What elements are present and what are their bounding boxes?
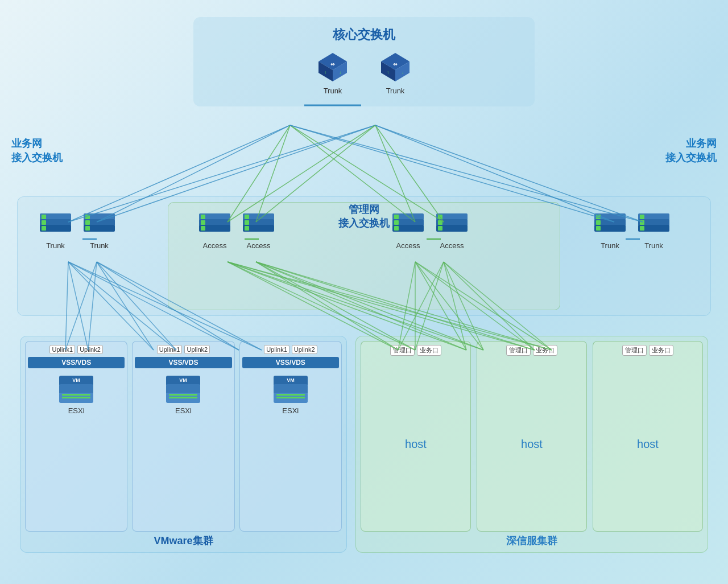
stack-switch-icon [390,208,427,239]
switch-icon: ⇔ ↑ ↓ [375,50,415,84]
right-trunk2-label: Trunk [644,241,663,250]
vm-icon: VM [163,373,203,404]
esxi-row: Uplink1 Uplink2 VSS/VDS VM ESXi Uplink1 … [25,341,342,532]
svg-text:VM: VM [180,377,188,383]
esxi-label: ESXi [68,406,85,415]
svg-text:⇔: ⇔ [393,61,398,67]
svg-rect-104 [438,226,442,231]
vm-icon: VM [56,373,96,404]
vm-icon: VM [271,373,311,404]
mgmt-access-right-group: Access Access [390,208,470,250]
host-box-3: 管理口 业务口 host [593,341,703,532]
core-switch-1: ⇔ ↑ ↓ Trunk [313,50,353,95]
mgmt-access-left-group: Access Access [196,208,277,250]
uplink1-label: Uplink1 [264,345,289,354]
right-trunk-group: Trunk Trunk [592,208,672,250]
stack-switch-icon [433,208,470,239]
host-label: host [637,438,659,451]
stack-switch-icon [196,208,233,239]
esxi-box-1: Uplink1 Uplink2 VSS/VDS VM ESXi [25,341,127,532]
uplink1-label: Uplink1 [49,345,75,354]
svg-text:⇔: ⇔ [330,61,335,67]
core-switch-area: 核心交换机 ⇔ ↑ ↓ Trunk ⇔ ↑ ↓ [193,17,535,106]
uplink2-label: Uplink2 [292,345,317,354]
svg-text:↑: ↑ [387,70,389,75]
uplink2-label: Uplink2 [184,345,210,354]
vss-bar: VSS/VDS [135,357,231,368]
mgmt-access4-label: Access [440,241,464,250]
port2-label: 业务口 [533,345,557,356]
svg-rect-102 [438,215,442,219]
host-label: host [405,438,427,451]
left-trunk2-label: Trunk [90,241,109,250]
svg-rect-73 [42,220,46,225]
vmware-cluster: Uplink1 Uplink2 VSS/VDS VM ESXi Uplink1 … [20,336,347,553]
vmware-cluster-label: VMware集群 [20,534,346,548]
svg-rect-109 [596,220,601,225]
host-row: 管理口 业务口 host 管理口 业务口 host 管理口 业务口 ho [361,341,703,532]
core-switch-title: 核心交换机 [205,26,523,43]
uplink1-label: Uplink1 [157,345,183,354]
esxi-box-2: Uplink1 Uplink2 VSS/VDS VM ESXi [132,341,234,532]
svg-rect-127 [169,394,197,396]
mgmt-access1-label: Access [203,241,227,250]
port1-label: 管理口 [622,345,647,356]
esxi-label: ESXi [175,406,192,415]
port1-label: 管理口 [506,345,531,356]
stack-switch-icon [592,208,628,239]
svg-rect-115 [640,220,644,225]
svg-rect-74 [42,226,46,231]
svg-rect-116 [640,226,644,231]
esxi-label: ESXi [282,406,299,415]
port1-label: 管理口 [390,345,415,356]
svg-rect-84 [201,215,205,219]
mgmt-access3-label: Access [396,241,420,250]
svg-rect-133 [276,394,305,396]
right-side-label: 业务网 接入交换机 [665,137,717,165]
svg-rect-114 [640,215,644,219]
svg-rect-108 [596,215,601,219]
svg-rect-97 [394,220,399,225]
svg-text:↓: ↓ [402,70,404,75]
svg-rect-121 [62,394,90,396]
core-switch-2: ⇔ ↑ ↓ Trunk [375,50,415,95]
svg-rect-98 [394,226,399,231]
svg-rect-96 [394,215,399,219]
left-trunk-group: Trunk Trunk [37,208,118,250]
svg-text:VM: VM [72,377,80,383]
deepin-cluster: 管理口 业务口 host 管理口 业务口 host 管理口 业务口 ho [355,336,708,553]
svg-rect-80 [85,226,90,231]
svg-rect-110 [596,226,601,231]
svg-rect-72 [42,215,46,219]
mgmt-access2-label: Access [247,241,271,250]
left-side-label: 业务网 接入交换机 [11,137,63,165]
svg-rect-122 [62,397,90,398]
deepin-cluster-label: 深信服集群 [356,534,708,548]
switch-icon: ⇔ ↑ ↓ [313,50,353,84]
stack-switch-icon [37,208,74,239]
core-switch-2-label: Trunk [386,87,405,95]
svg-text:↑: ↑ [324,70,326,75]
svg-text:↓: ↓ [339,70,341,75]
vss-bar: VSS/VDS [28,357,125,368]
svg-rect-134 [276,397,305,398]
left-trunk1-label: Trunk [46,241,65,250]
host-box-2: 管理口 业务口 host [477,341,587,532]
svg-rect-128 [169,397,197,398]
port2-label: 业务口 [649,345,673,356]
port2-label: 业务口 [417,345,441,356]
stack-switch-icon [81,208,118,239]
svg-rect-85 [201,220,205,225]
svg-rect-92 [245,226,249,231]
svg-rect-91 [245,220,249,225]
svg-rect-78 [85,215,90,219]
host-box-1: 管理口 业务口 host [361,341,471,532]
svg-rect-90 [245,215,249,219]
svg-rect-86 [201,226,205,231]
esxi-box-3: Uplink1 Uplink2 VSS/VDS VM ESXi [239,341,342,532]
svg-rect-103 [438,220,442,225]
mgmt-switch-title: 管理网 接入交换机 [338,203,390,230]
host-label: host [521,438,543,451]
core-switch-1-label: Trunk [324,87,342,95]
svg-text:VM: VM [287,377,295,383]
